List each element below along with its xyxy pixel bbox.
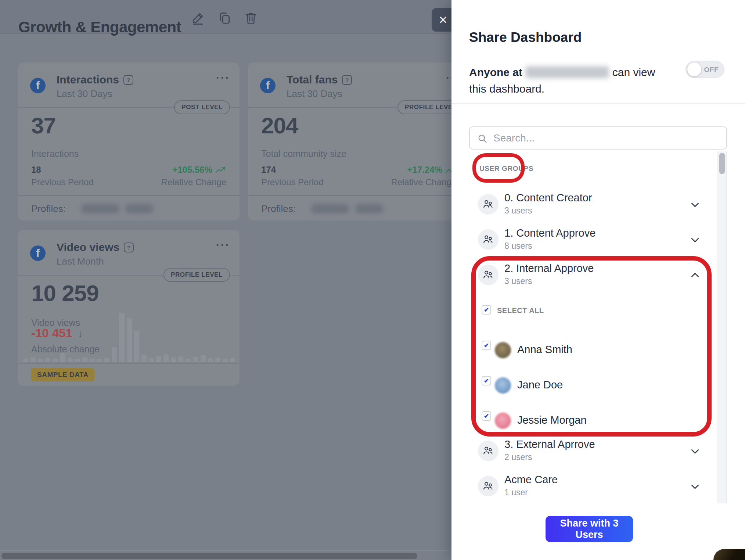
member-name: Anna Smith bbox=[517, 344, 572, 356]
sample-bar bbox=[68, 358, 73, 362]
group-name: 0. Content Creator bbox=[504, 192, 592, 204]
sample-bar bbox=[53, 359, 58, 362]
sample-bar bbox=[119, 313, 124, 362]
close-button[interactable]: ✕ bbox=[432, 8, 454, 32]
divider bbox=[451, 103, 745, 104]
sample-bar bbox=[171, 358, 176, 362]
sample-bar bbox=[230, 358, 235, 362]
group-user-count: 1 user bbox=[504, 488, 528, 498]
sample-bar bbox=[90, 359, 95, 362]
change-label: Relative Change bbox=[161, 177, 226, 187]
card-menu-icon: ⋯ bbox=[215, 69, 230, 85]
user-group-icon bbox=[478, 229, 499, 250]
facebook-icon: f bbox=[260, 78, 276, 93]
sample-bar bbox=[97, 359, 102, 362]
member-name: Jane Doe bbox=[517, 379, 563, 391]
select-all-label: SELECT ALL bbox=[497, 306, 544, 315]
metric-card-video-views: f Video views ? Last Month ⋯ PROFILE LEV… bbox=[18, 230, 240, 386]
user-group-icon bbox=[478, 194, 499, 215]
horizontal-scrollbar-thumb bbox=[1, 553, 417, 559]
profiles-label: Profiles: bbox=[31, 203, 66, 215]
redacted-profile-name bbox=[81, 204, 119, 213]
trash-icon bbox=[244, 11, 258, 25]
group-row-external-approve[interactable]: 3. External Aprrove 2 users bbox=[469, 441, 708, 474]
facebook-icon: f bbox=[30, 245, 46, 261]
card-period: Last 30 Days bbox=[287, 88, 342, 100]
level-badge: POST LEVEL bbox=[174, 100, 230, 114]
redacted-profile-name bbox=[311, 204, 349, 213]
toggle-knob bbox=[687, 62, 701, 76]
arrow-down-icon: ↓ bbox=[78, 327, 83, 340]
card-footer: Profiles: bbox=[248, 195, 469, 221]
sample-bar bbox=[215, 358, 220, 362]
sample-bar bbox=[134, 331, 139, 362]
group-name: 2. Internal Approve bbox=[504, 262, 594, 274]
change-label: Absolute change bbox=[31, 344, 100, 355]
profiles-label: Profiles: bbox=[261, 203, 296, 215]
change-value: +105.56% bbox=[172, 165, 226, 175]
sample-bar bbox=[186, 359, 191, 362]
sample-bar bbox=[193, 357, 198, 362]
edit-icon bbox=[191, 11, 205, 25]
card-footer: Profiles: bbox=[18, 195, 240, 221]
group-user-count: 8 users bbox=[504, 241, 532, 251]
previous-value: 174 bbox=[261, 165, 276, 175]
group-user-count: 3 users bbox=[504, 206, 532, 216]
sample-bar bbox=[75, 359, 80, 362]
group-user-count: 2 users bbox=[504, 452, 532, 462]
chevron-down-icon[interactable] bbox=[690, 481, 701, 492]
avatar bbox=[495, 377, 511, 394]
select-all-row: SELECT ALL bbox=[482, 310, 665, 327]
share-with-users-button[interactable]: Share with 3 Users bbox=[546, 516, 633, 542]
sample-bar bbox=[30, 358, 36, 362]
user-group-icon bbox=[478, 441, 499, 461]
search-icon bbox=[477, 133, 487, 144]
sample-bar bbox=[223, 359, 228, 362]
member-checkbox[interactable] bbox=[482, 411, 491, 421]
group-row-content-approve[interactable]: 1. Content Approve 8 users bbox=[469, 229, 708, 263]
change-label: Relative Change bbox=[391, 177, 456, 187]
card-period: Last Month bbox=[57, 256, 104, 267]
change-value: +17.24% bbox=[407, 165, 456, 175]
sample-bar bbox=[104, 358, 109, 362]
redacted-profile-name bbox=[355, 204, 383, 213]
select-all-checkbox[interactable] bbox=[482, 305, 491, 315]
trend-up-icon bbox=[215, 166, 226, 174]
user-group-icon bbox=[478, 265, 499, 285]
group-name: Acme Care bbox=[504, 474, 558, 486]
sample-bar bbox=[38, 359, 43, 362]
user-group-icon bbox=[478, 476, 499, 496]
vertical-scrollbar-thumb[interactable] bbox=[719, 153, 725, 174]
member-name: Jessie Morgan bbox=[517, 414, 587, 426]
chevron-down-icon[interactable] bbox=[690, 446, 701, 457]
page-title: Growth & Engagement bbox=[18, 18, 181, 36]
help-icon: ? bbox=[124, 243, 134, 252]
search-input[interactable] bbox=[493, 128, 720, 148]
card-title: Interactions ? bbox=[57, 73, 133, 86]
sample-bar bbox=[23, 359, 28, 362]
member-row-jane-doe: Jane Doe bbox=[482, 381, 665, 398]
group-row-acme-care[interactable]: Acme Care 1 user bbox=[469, 476, 708, 510]
share-toggle[interactable]: OFF bbox=[685, 61, 724, 78]
member-checkbox[interactable] bbox=[482, 341, 491, 350]
chevron-up-icon[interactable] bbox=[690, 270, 701, 281]
sample-bar bbox=[82, 358, 87, 362]
group-row-internal-approve[interactable]: 2. Internal Approve 3 users bbox=[469, 265, 708, 298]
toggle-state-label: OFF bbox=[704, 66, 719, 74]
redacted-account-name bbox=[525, 66, 609, 78]
sample-bar bbox=[178, 356, 183, 362]
sample-bar bbox=[141, 355, 147, 362]
sample-bar bbox=[201, 355, 206, 362]
member-row-anna-smith: Anna Smith bbox=[482, 345, 665, 363]
card-period: Last 30 Days bbox=[57, 88, 112, 100]
group-user-count: 3 users bbox=[504, 276, 532, 286]
chevron-down-icon[interactable] bbox=[690, 234, 701, 245]
group-name: 1. Content Approve bbox=[504, 227, 595, 239]
group-row-content-creator[interactable]: 0. Content Creator 3 users bbox=[469, 194, 708, 228]
change-value: -10 451 ↓ bbox=[31, 326, 83, 340]
member-checkbox[interactable] bbox=[482, 376, 491, 385]
help-icon: ? bbox=[123, 75, 133, 85]
group-name: 3. External Aprrove bbox=[504, 438, 595, 450]
chevron-down-icon[interactable] bbox=[690, 199, 701, 210]
duplicate-icon bbox=[217, 11, 231, 25]
